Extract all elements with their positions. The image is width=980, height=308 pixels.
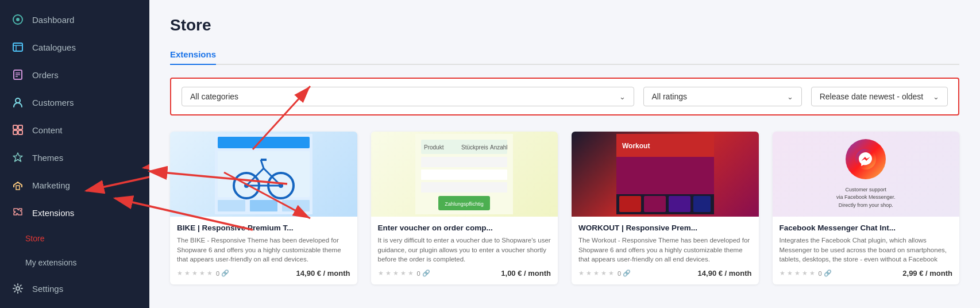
product-thumbnail-workout: Workout (572, 132, 759, 217)
sort-filter-label: Release date newest - oldest (820, 92, 924, 101)
product-desc-workout: The Workout - Responsive Theme has been … (578, 236, 752, 264)
svg-text:Anzahl: Anzahl (490, 144, 508, 151)
product-desc-voucher: It is very difficult to enter a voucher … (378, 236, 551, 264)
svg-rect-2 (13, 43, 22, 51)
svg-point-30 (244, 183, 249, 188)
product-price-bike: 14,90 € / month (296, 269, 350, 278)
product-reviews-workout: 0 (618, 270, 621, 277)
svg-rect-52 (693, 196, 711, 212)
tab-extensions[interactable]: Extensions (170, 45, 216, 65)
product-thumbnail-bike (170, 132, 357, 217)
product-stars-workout: ★ ★ ★ ★ ★ 0 🔗 (578, 270, 631, 277)
svg-text:Workout: Workout (622, 142, 650, 150)
catalogues-icon (11, 41, 24, 53)
sidebar-item-extensions-label: Extensions (32, 208, 74, 218)
sidebar-item-content-label: Content (32, 125, 63, 135)
product-stars-bike: ★ ★ ★ ★ ★ 0 🔗 (177, 270, 229, 277)
svg-rect-14 (16, 186, 20, 190)
svg-rect-50 (644, 196, 666, 212)
product-card-bike[interactable]: BIKE | Responsive Premium T... The BIKE … (170, 132, 357, 284)
sidebar-item-themes[interactable]: Themes (0, 144, 149, 171)
sidebar-item-catalogues[interactable]: Catalogues (0, 33, 149, 61)
sidebar-item-my-extensions-label: My extensions (25, 258, 76, 267)
svg-point-1 (16, 18, 20, 21)
product-footer-workout: ★ ★ ★ ★ ★ 0 🔗 14,90 € / month (578, 269, 752, 278)
sidebar-item-settings[interactable]: Settings (0, 275, 149, 302)
svg-text:Produkt: Produkt (424, 144, 444, 151)
product-desc-bike: The BIKE - Responsive Theme has been dev… (177, 236, 350, 264)
svg-rect-41 (421, 170, 507, 180)
svg-rect-32 (218, 200, 245, 211)
ratings-chevron-icon: ⌄ (787, 93, 793, 101)
sidebar-item-extensions[interactable]: Extensions (0, 199, 149, 226)
orders-icon (11, 68, 24, 81)
sort-filter[interactable]: Release date newest - oldest ⌄ (811, 87, 948, 106)
product-info-voucher: Enter voucher on order comp... It is ver… (371, 217, 558, 284)
sidebar-item-customers-label: Customers (32, 98, 74, 107)
tabs-bar: Extensions (170, 45, 959, 65)
main-content: Store Extensions All categories ⌄ All ra… (149, 0, 980, 308)
product-stars-messenger: ★ ★ ★ ★ ★ 0 🔗 (780, 270, 832, 277)
ratings-filter[interactable]: All ratings ⌄ (643, 87, 802, 106)
sidebar-item-my-extensions[interactable]: My extensions (0, 251, 149, 275)
sidebar-item-content[interactable]: Content (0, 116, 149, 144)
filter-bar: All categories ⌄ All ratings ⌄ Release d… (170, 78, 959, 116)
svg-rect-51 (669, 196, 690, 212)
sidebar-item-marketing-label: Marketing (32, 180, 70, 190)
sidebar: Dashboard Catalogues Orders (0, 0, 149, 308)
product-name-workout: WORKOUT | Responsive Prem... (578, 224, 752, 232)
product-name-messenger: Facebook Messenger Chat Int... (780, 224, 953, 232)
page-title: Store (170, 16, 959, 34)
product-price-messenger: 2,99 € / month (902, 269, 952, 278)
sidebar-item-orders[interactable]: Orders (0, 61, 149, 88)
extensions-icon (11, 206, 24, 219)
sidebar-item-marketing[interactable]: Marketing (0, 171, 149, 199)
marketing-icon (11, 179, 24, 191)
product-info-workout: WORKOUT | Responsive Prem... The Workout… (572, 217, 759, 284)
product-footer-voucher: ★ ★ ★ ★ ★ 0 🔗 1,00 € / month (378, 269, 551, 278)
svg-rect-13 (18, 130, 22, 134)
sidebar-item-store-label: Store (25, 234, 44, 243)
svg-text:Zahlungspflichtig: Zahlungspflichtig (445, 201, 484, 207)
product-stars-voucher: ★ ★ ★ ★ ★ 0 🔗 (378, 270, 430, 277)
product-price-workout: 14,90 € / month (698, 269, 752, 278)
categories-chevron-icon: ⌄ (619, 93, 626, 101)
sidebar-item-catalogues-label: Catalogues (32, 43, 76, 52)
product-card-workout[interactable]: Workout WORKOUT | Responsive Prem... The… (572, 132, 759, 284)
themes-icon (11, 151, 24, 164)
sort-chevron-icon: ⌄ (933, 93, 939, 101)
product-card-messenger[interactable]: Customer supportvia Facebook Messenger.D… (773, 132, 960, 284)
svg-point-53 (855, 149, 876, 170)
categories-filter-label: All categories (190, 92, 238, 101)
product-info-messenger: Facebook Messenger Chat Int... Integrate… (773, 217, 960, 284)
sidebar-item-dashboard[interactable]: Dashboard (0, 6, 149, 33)
settings-icon (11, 282, 24, 295)
product-footer-messenger: ★ ★ ★ ★ ★ 0 🔗 2,99 € / month (780, 269, 953, 278)
products-grid: BIKE | Responsive Premium T... The BIKE … (170, 132, 959, 284)
svg-text:Stückpreis: Stückpreis (461, 144, 488, 151)
sidebar-item-store[interactable]: Store (0, 226, 149, 251)
svg-rect-49 (619, 196, 641, 212)
categories-filter[interactable]: All categories ⌄ (182, 87, 634, 106)
content-icon (11, 124, 24, 136)
product-card-voucher[interactable]: Produkt Stückpreis Anzahl Zahlungspflich… (371, 132, 558, 284)
product-desc-messenger: Integrates the Facebook Chat plugin, whi… (780, 236, 953, 264)
ratings-filter-label: All ratings (652, 92, 687, 101)
product-info-bike: BIKE | Responsive Premium T... The BIKE … (170, 217, 357, 284)
customers-icon (11, 96, 24, 109)
svg-rect-11 (18, 125, 22, 129)
svg-rect-33 (250, 200, 277, 211)
product-reviews-messenger: 0 (819, 270, 822, 277)
sidebar-item-customers[interactable]: Customers (0, 88, 149, 116)
svg-point-9 (16, 98, 20, 103)
dashboard-icon (11, 13, 24, 26)
product-name-bike: BIKE | Responsive Premium T... (177, 224, 350, 232)
svg-rect-10 (13, 125, 17, 129)
product-name-voucher: Enter voucher on order comp... (378, 224, 551, 232)
product-thumbnail-messenger: Customer supportvia Facebook Messenger.D… (773, 132, 960, 217)
product-footer-bike: ★ ★ ★ ★ ★ 0 🔗 14,90 € / month (177, 269, 350, 278)
svg-rect-42 (421, 182, 507, 192)
svg-rect-22 (218, 151, 310, 197)
product-price-voucher: 1,00 € / month (501, 269, 551, 278)
sidebar-item-dashboard-label: Dashboard (32, 15, 74, 25)
